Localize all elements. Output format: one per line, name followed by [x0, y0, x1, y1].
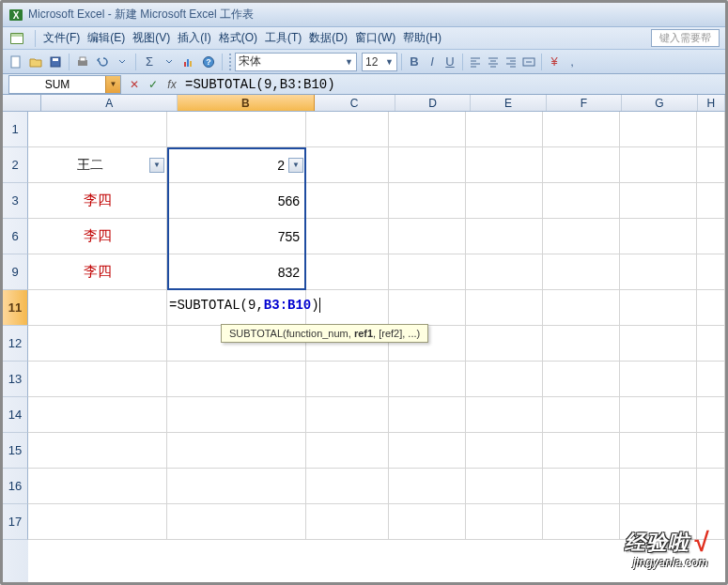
cell[interactable]	[620, 219, 697, 254]
cell-B2[interactable]: 2▼	[167, 147, 306, 183]
cell[interactable]	[466, 290, 543, 326]
cell[interactable]	[620, 433, 697, 469]
row-header[interactable]: 9	[3, 254, 28, 290]
cell[interactable]	[697, 112, 725, 147]
cell[interactable]	[543, 362, 620, 397]
cell[interactable]	[466, 326, 543, 362]
col-header-H[interactable]: H	[698, 95, 725, 111]
cell[interactable]	[167, 112, 306, 147]
cell[interactable]	[306, 112, 389, 147]
cell[interactable]	[167, 433, 306, 469]
menu-insert[interactable]: 插入(I)	[174, 28, 214, 48]
menu-view[interactable]: 视图(V)	[129, 28, 174, 48]
cell[interactable]	[389, 183, 466, 219]
cell[interactable]	[167, 504, 306, 540]
cell[interactable]	[543, 254, 620, 290]
cell[interactable]	[28, 397, 167, 433]
row-header[interactable]: 12	[3, 326, 28, 362]
col-header-E[interactable]: E	[471, 95, 546, 111]
row-header[interactable]: 3	[3, 183, 28, 219]
cell[interactable]	[697, 362, 725, 397]
cell[interactable]	[28, 326, 167, 362]
cell[interactable]	[466, 397, 543, 433]
cell[interactable]	[306, 397, 389, 433]
cell[interactable]	[543, 469, 620, 504]
comma-button[interactable]: ,	[564, 54, 581, 70]
cell[interactable]	[167, 362, 306, 397]
cell[interactable]	[466, 469, 543, 504]
currency-button[interactable]: ¥	[546, 54, 563, 70]
cell[interactable]	[466, 362, 543, 397]
col-header-D[interactable]: D	[395, 95, 471, 111]
row-header[interactable]: 14	[3, 397, 28, 433]
italic-button[interactable]: I	[424, 54, 441, 70]
cell[interactable]	[697, 254, 725, 290]
row-header[interactable]: 6	[3, 219, 28, 254]
cell[interactable]	[466, 112, 543, 147]
cell[interactable]	[389, 397, 466, 433]
cell[interactable]	[620, 362, 697, 397]
cell[interactable]	[697, 326, 725, 362]
menu-data[interactable]: 数据(D)	[305, 28, 351, 48]
name-box[interactable]: SUM ▼	[8, 75, 121, 94]
cell[interactable]	[306, 183, 389, 219]
chevron-down-icon[interactable]: ▼	[105, 76, 120, 93]
new-button[interactable]	[7, 53, 25, 71]
cell[interactable]	[28, 362, 167, 397]
cell[interactable]	[28, 504, 167, 540]
enter-formula-button[interactable]: ✓	[146, 78, 161, 91]
cell[interactable]	[620, 290, 697, 326]
cell[interactable]	[306, 219, 389, 254]
row-header[interactable]: 2	[3, 147, 28, 183]
cell[interactable]	[306, 362, 389, 397]
cell[interactable]	[620, 112, 697, 147]
undo-button[interactable]	[93, 53, 112, 71]
autosum-button[interactable]: Σ	[140, 53, 159, 71]
cell[interactable]	[306, 469, 389, 504]
filter-dropdown-icon[interactable]: ▼	[288, 158, 303, 173]
cell[interactable]	[466, 433, 543, 469]
cell[interactable]	[389, 147, 466, 183]
col-header-F[interactable]: F	[547, 95, 622, 111]
cell[interactable]	[466, 183, 543, 219]
cell-A2[interactable]: 王二▼	[28, 147, 167, 183]
cell-B3[interactable]: 566	[167, 183, 306, 219]
filter-dropdown-icon[interactable]: ▼	[149, 158, 164, 173]
menu-format[interactable]: 格式(O)	[215, 28, 261, 48]
cell[interactable]	[28, 433, 167, 469]
cell[interactable]	[543, 290, 620, 326]
cell[interactable]	[466, 219, 543, 254]
menu-file[interactable]: 文件(F)	[39, 28, 84, 48]
cell[interactable]	[28, 112, 167, 147]
cell[interactable]	[167, 469, 306, 504]
align-left-button[interactable]	[467, 54, 484, 70]
bold-button[interactable]: B	[406, 54, 423, 70]
help-button[interactable]: ?	[199, 53, 218, 71]
cell[interactable]	[28, 469, 167, 504]
cell[interactable]	[28, 290, 167, 326]
menu-tools[interactable]: 工具(T)	[261, 28, 305, 48]
col-header-C[interactable]: C	[315, 95, 395, 111]
select-all-corner[interactable]	[3, 95, 41, 111]
row-header[interactable]: 15	[3, 433, 28, 469]
cell[interactable]	[389, 362, 466, 397]
cell[interactable]	[543, 147, 620, 183]
cell-B9[interactable]: 832	[167, 254, 306, 290]
cell[interactable]	[697, 469, 725, 504]
cell[interactable]	[697, 147, 725, 183]
font-size-select[interactable]: 12 ▼	[362, 53, 397, 71]
cell[interactable]	[306, 504, 389, 540]
cell[interactable]	[466, 147, 543, 183]
cancel-formula-button[interactable]: ✕	[127, 78, 142, 91]
cell[interactable]	[543, 326, 620, 362]
cell[interactable]	[389, 469, 466, 504]
cell[interactable]	[389, 504, 466, 540]
help-search-input[interactable]: 键入需要帮	[651, 29, 720, 47]
cell[interactable]	[389, 254, 466, 290]
align-right-button[interactable]	[503, 54, 519, 70]
cell[interactable]	[389, 290, 466, 326]
cell[interactable]	[697, 433, 725, 469]
cell[interactable]	[543, 397, 620, 433]
cell[interactable]	[697, 290, 725, 326]
cell[interactable]	[543, 112, 620, 147]
